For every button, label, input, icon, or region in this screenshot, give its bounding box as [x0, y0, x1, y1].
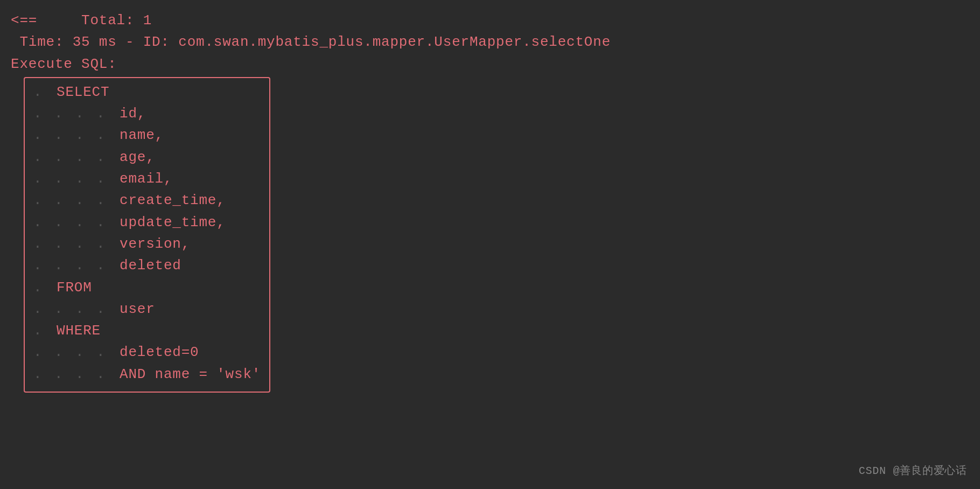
sql-line: . WHERE [33, 320, 261, 341]
sql-dots: . . . . [33, 341, 117, 363]
sql-dots: . . . . [33, 124, 117, 146]
sql-code: WHERE [57, 320, 101, 341]
terminal-window: <== Total: 1 Time: 35 ms - ID: com.swan.… [0, 0, 980, 489]
sql-code: id, [120, 103, 146, 124]
sql-code: version, [120, 233, 190, 255]
sql-block: . SELECT. . . . id,. . . . name,. . . . … [24, 77, 270, 393]
sql-dots: . [33, 320, 54, 341]
sql-code: email, [120, 168, 172, 190]
sql-dots: . [33, 81, 54, 103]
sql-code: deleted [120, 255, 181, 276]
sql-dots: . . . . [33, 146, 117, 168]
execute-sql-text: Execute SQL: [11, 53, 117, 75]
sql-line: . SELECT [33, 81, 261, 103]
sql-code: age, [120, 146, 155, 168]
watermark: CSDN @善良的爱心话 [859, 463, 967, 479]
sql-code: deleted=0 [120, 341, 199, 363]
line-time-id: Time: 35 ms - ID: com.swan.mybatis_plus.… [11, 31, 969, 53]
sql-code: name, [120, 124, 164, 146]
sql-code: AND name = 'wsk' [120, 364, 261, 385]
sql-line: . . . . update_time, [33, 212, 261, 233]
sql-line: . . . . version, [33, 233, 261, 255]
sql-code: create_time, [120, 190, 226, 211]
line-total: <== Total: 1 [11, 10, 969, 31]
sql-dots: . [33, 277, 54, 298]
sql-dots: . . . . [33, 298, 117, 320]
sql-code: FROM [57, 277, 92, 298]
sql-dots: . . . . [33, 168, 117, 190]
sql-line: . . . . AND name = 'wsk' [33, 364, 261, 385]
line-execute-sql: Execute SQL: [11, 53, 969, 75]
sql-code: SELECT [57, 81, 109, 103]
sql-line: . FROM [33, 277, 261, 298]
sql-line: . . . . user [33, 298, 261, 320]
sql-line: . . . . create_time, [33, 190, 261, 211]
sql-code: update_time, [120, 212, 226, 233]
sql-line: . . . . deleted=0 [33, 341, 261, 363]
sql-line: . . . . deleted [33, 255, 261, 276]
sql-dots: . . . . [33, 233, 117, 255]
sql-line: . . . . email, [33, 168, 261, 190]
sql-dots: . . . . [33, 255, 117, 276]
sql-dots: . . . . [33, 212, 117, 233]
sql-dots: . . . . [33, 103, 117, 124]
sql-line: . . . . age, [33, 146, 261, 168]
sql-line: . . . . id, [33, 103, 261, 124]
sql-dots: . . . . [33, 364, 117, 385]
sql-code: user [120, 298, 155, 320]
sql-dots: . . . . [33, 190, 117, 211]
time-id-text: Time: 35 ms - ID: com.swan.mybatis_plus.… [11, 31, 611, 53]
total-text: <== Total: 1 [11, 10, 152, 31]
sql-line: . . . . name, [33, 124, 261, 146]
